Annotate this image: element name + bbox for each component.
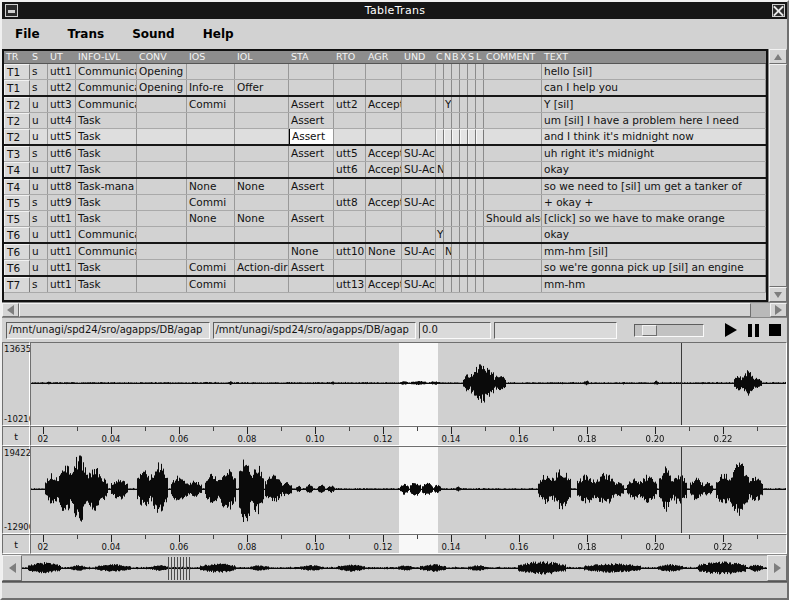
cell-text[interactable]: okay: [542, 227, 766, 242]
cell-agr[interactable]: [366, 129, 402, 144]
cell-comment[interactable]: [484, 113, 542, 128]
cell-b[interactable]: [452, 195, 460, 210]
cell-c[interactable]: [436, 211, 444, 226]
cell-l[interactable]: [476, 146, 484, 161]
cell-rto[interactable]: [334, 260, 366, 275]
cell-rto[interactable]: [334, 64, 366, 79]
cell-agr[interactable]: [366, 113, 402, 128]
cell-tr[interactable]: T2: [4, 129, 30, 144]
cell-s[interactable]: s: [30, 80, 48, 95]
cell-b[interactable]: [452, 80, 460, 95]
cell-agr[interactable]: Accept: [366, 277, 402, 292]
cell-ios[interactable]: Info-re: [187, 80, 235, 95]
cell-ios[interactable]: [187, 227, 235, 242]
cell-x[interactable]: [460, 195, 468, 210]
cell-und[interactable]: [402, 64, 436, 79]
cell-und[interactable]: SU-Ac: [402, 195, 436, 210]
cell-rto[interactable]: utt6: [334, 162, 366, 177]
cell-comment[interactable]: [484, 260, 542, 275]
cell-agr[interactable]: [366, 260, 402, 275]
cell-sta[interactable]: None: [289, 244, 334, 259]
cell-tr[interactable]: T7: [4, 277, 30, 292]
cell-ut[interactable]: utt1: [48, 277, 76, 292]
cell-conv[interactable]: [137, 146, 187, 161]
cell-und[interactable]: SU-Ac: [402, 277, 436, 292]
cell-iol[interactable]: [235, 64, 289, 79]
cell-n[interactable]: [444, 80, 452, 95]
cell-s2[interactable]: [468, 277, 476, 292]
cell-s2[interactable]: [468, 260, 476, 275]
cell-sta[interactable]: [289, 162, 334, 177]
cell-s2[interactable]: [468, 227, 476, 242]
cell-sta[interactable]: Assert: [289, 211, 334, 226]
menu-item-file[interactable]: File: [15, 27, 40, 41]
cell-info[interactable]: Communicat: [76, 97, 137, 112]
cell-rto[interactable]: utt5: [334, 146, 366, 161]
cell-b[interactable]: [452, 146, 460, 161]
cell-s[interactable]: u: [30, 97, 48, 112]
cell-sta[interactable]: Assert: [289, 97, 334, 112]
volume-slider-thumb[interactable]: [642, 325, 657, 336]
cell-b[interactable]: [452, 64, 460, 79]
cell-iol[interactable]: Action-dir: [235, 260, 289, 275]
cell-und[interactable]: SU-Ac: [402, 162, 436, 177]
cell-c[interactable]: [436, 146, 444, 161]
cell-rto[interactable]: [334, 211, 366, 226]
cell-x[interactable]: [460, 129, 468, 144]
cell-text[interactable]: mm-hm [sil]: [542, 244, 766, 259]
cell-n[interactable]: [444, 64, 452, 79]
cell-info[interactable]: Task-mana: [76, 179, 137, 194]
cell-und[interactable]: [402, 179, 436, 194]
cell-info[interactable]: Task: [76, 277, 137, 292]
view-indicator[interactable]: [168, 557, 192, 580]
cell-agr[interactable]: [366, 64, 402, 79]
time-axis-strip-2[interactable]: 020.040.060.080.100.120.140.160.180.200.…: [30, 534, 787, 554]
menu-item-help[interactable]: Help: [203, 27, 234, 41]
cell-x[interactable]: [460, 179, 468, 194]
cell-s2[interactable]: [468, 195, 476, 210]
cell-comment[interactable]: [484, 146, 542, 161]
cell-iol[interactable]: [235, 162, 289, 177]
cell-und[interactable]: [402, 227, 436, 242]
cell-b[interactable]: [452, 97, 460, 112]
cell-text[interactable]: uh right it's midnight: [542, 146, 766, 161]
close-icon[interactable]: [772, 4, 785, 17]
cell-b[interactable]: [452, 113, 460, 128]
cell-tr[interactable]: T2: [4, 113, 30, 128]
cell-ut[interactable]: utt1: [48, 260, 76, 275]
cell-iol[interactable]: [235, 129, 289, 144]
cell-n[interactable]: [444, 146, 452, 161]
cell-ut[interactable]: utt6: [48, 146, 76, 161]
cell-comment[interactable]: [484, 179, 542, 194]
cell-x[interactable]: [460, 227, 468, 242]
cell-l[interactable]: [476, 162, 484, 177]
cell-comment[interactable]: [484, 64, 542, 79]
cell-iol[interactable]: None: [235, 179, 289, 194]
window-menu-icon[interactable]: [5, 4, 18, 17]
cell-und[interactable]: [402, 129, 436, 144]
cell-comment[interactable]: [484, 244, 542, 259]
cell-sta[interactable]: [289, 195, 334, 210]
scroll-left-button[interactable]: [2, 303, 19, 317]
cell-n[interactable]: [444, 211, 452, 226]
cell-sta[interactable]: [289, 64, 334, 79]
cell-n[interactable]: [444, 195, 452, 210]
cell-l[interactable]: [476, 195, 484, 210]
time-offset-field[interactable]: 0.0: [419, 322, 491, 339]
cell-text[interactable]: [click] so we have to make orange: [542, 211, 766, 226]
cell-ut[interactable]: utt9: [48, 195, 76, 210]
overview-left-button[interactable]: [2, 555, 22, 581]
cell-ios[interactable]: [187, 129, 235, 144]
cell-c[interactable]: [436, 260, 444, 275]
cell-ut[interactable]: utt7: [48, 162, 76, 177]
cell-s2[interactable]: [468, 146, 476, 161]
cell-info[interactable]: Task: [76, 260, 137, 275]
cell-rto[interactable]: [334, 129, 366, 144]
cell-info[interactable]: Task: [76, 129, 137, 144]
cell-sta[interactable]: [289, 80, 334, 95]
cell-ut[interactable]: utt1: [48, 64, 76, 79]
cell-l[interactable]: [476, 227, 484, 242]
cell-rto[interactable]: utt8: [334, 195, 366, 210]
cell-text[interactable]: can I help you: [542, 80, 766, 95]
cell-comment[interactable]: Should also: [484, 211, 542, 226]
